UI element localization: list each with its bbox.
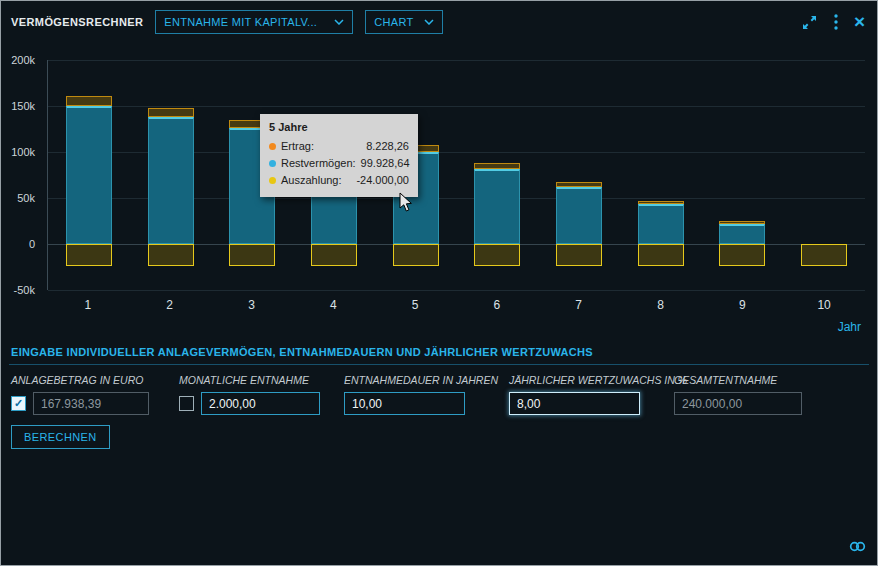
view-dropdown-value: CHART — [374, 16, 413, 28]
field-label: GESAMTENTNAHME — [674, 374, 804, 386]
field-monatliche-entnahme: MONATLICHE ENTNAHME — [179, 374, 335, 415]
tooltip-label: Ertrag: — [281, 138, 314, 155]
tooltip-row: Ertrag: 8.228,26 — [269, 138, 409, 155]
anlagebetrag-input — [33, 392, 149, 415]
y-tick-label: 100k — [11, 146, 35, 158]
x-tick-label: 10 — [783, 298, 865, 312]
tooltip-value: -24.000,00 — [356, 172, 409, 189]
section-divider — [9, 364, 869, 365]
x-axis-title: Jahr — [47, 320, 861, 334]
header: VERMÖGENSRECHNER ENTNAHME MIT KAPITALV..… — [1, 1, 877, 41]
y-tick-label: 200k — [11, 54, 35, 66]
berechnen-button[interactable]: BERECHNEN — [11, 425, 110, 449]
field-label: JÄHRLICHER WERTZUWACHS IN % — [509, 374, 665, 386]
anlagebetrag-checkbox[interactable]: ✓ — [11, 396, 26, 411]
y-tick-label: -50k — [14, 284, 35, 296]
bar-segment-auszahlung[interactable] — [148, 244, 194, 266]
bar-segment-restvermögen[interactable] — [148, 117, 194, 244]
bar-segment-restvermögen[interactable] — [66, 106, 112, 244]
header-icons: × — [801, 14, 865, 31]
y-axis-labels: 200k150k100k50k0-50k — [1, 60, 41, 290]
monatliche-entnahme-checkbox[interactable] — [179, 396, 194, 411]
bar-segment-restvermögen[interactable] — [474, 169, 520, 244]
field-entnahmedauer: ENTNAHMEDAUER IN JAHREN — [344, 374, 500, 415]
form-section-title: EINGABE INDIVIDUELLER ANLAGEVERMÖGEN, EN… — [11, 346, 867, 358]
bar-year-7[interactable] — [538, 60, 620, 290]
chain-link-icon[interactable] — [849, 538, 866, 556]
bar-segment-ertrag[interactable] — [474, 163, 520, 169]
form-row: ANLAGEBETRAG IN EURO ✓ MONATLICHE ENTNAH… — [11, 374, 867, 415]
view-dropdown[interactable]: CHART — [365, 10, 442, 34]
kebab-menu-icon[interactable] — [834, 14, 838, 30]
x-tick-label: 3 — [211, 298, 293, 312]
mouse-cursor-icon — [399, 192, 414, 217]
wertzuwachs-input[interactable] — [509, 392, 640, 415]
fullscreen-expand-icon[interactable] — [801, 14, 818, 31]
bar-segment-ertrag[interactable] — [638, 201, 684, 205]
bar-year-2[interactable] — [130, 60, 212, 290]
tooltip-label: Restvermögen: — [281, 155, 356, 172]
bar-segment-auszahlung[interactable] — [801, 244, 847, 266]
bar-segment-auszahlung[interactable] — [393, 244, 439, 266]
bar-segment-auszahlung[interactable] — [66, 244, 112, 266]
tooltip-label: Auszahlung: — [281, 172, 342, 189]
x-tick-label: 7 — [538, 298, 620, 312]
y-tick-label: 50k — [17, 192, 35, 204]
chevron-down-icon — [334, 19, 344, 25]
chart-area: 200k150k100k50k0-50k 12345678910 Jahr 5 … — [47, 60, 865, 334]
bar-year-10[interactable] — [783, 60, 865, 290]
bar-year-8[interactable] — [620, 60, 702, 290]
scenario-dropdown-value: ENTNAHME MIT KAPITALV... — [164, 16, 317, 28]
bar-segment-auszahlung[interactable] — [474, 244, 520, 266]
bar-year-1[interactable] — [48, 60, 130, 290]
tooltip-title: 5 Jahre — [269, 121, 409, 133]
bars-layer — [48, 60, 865, 290]
field-label: ANLAGEBETRAG IN EURO — [11, 374, 170, 386]
monatliche-entnahme-input[interactable] — [201, 392, 320, 415]
chart-plot — [47, 60, 865, 290]
restvermoegen-dot-icon — [269, 160, 276, 167]
x-tick-label: 4 — [292, 298, 374, 312]
auszahlung-dot-icon — [269, 177, 276, 184]
bar-segment-restvermögen[interactable] — [719, 224, 765, 244]
bar-segment-ertrag[interactable] — [719, 221, 765, 224]
tooltip-value: 8.228,26 — [366, 138, 409, 155]
close-icon[interactable]: × — [854, 15, 865, 29]
bar-segment-ertrag[interactable] — [66, 96, 112, 106]
bar-year-9[interactable] — [702, 60, 784, 290]
chart-tooltip: 5 Jahre Ertrag: 8.228,26 Restvermögen: 9… — [260, 114, 418, 197]
x-axis-labels: 12345678910 — [47, 298, 865, 312]
bar-segment-auszahlung[interactable] — [229, 244, 275, 266]
field-wertzuwachs: JÄHRLICHER WERTZUWACHS IN % — [509, 374, 665, 415]
scenario-dropdown[interactable]: ENTNAHME MIT KAPITALV... — [155, 10, 353, 34]
ertrag-dot-icon — [269, 143, 276, 150]
field-anlagebetrag: ANLAGEBETRAG IN EURO ✓ — [11, 374, 170, 415]
bar-segment-ertrag[interactable] — [148, 108, 194, 117]
y-tick-label: 0 — [29, 238, 35, 250]
field-label: ENTNAHMEDAUER IN JAHREN — [344, 374, 500, 386]
bar-segment-auszahlung[interactable] — [719, 244, 765, 266]
bar-segment-restvermögen[interactable] — [556, 187, 602, 244]
chevron-down-icon — [424, 19, 434, 25]
bar-segment-ertrag[interactable] — [556, 182, 602, 187]
tooltip-value: 99.928,64 — [361, 155, 410, 172]
field-label: MONATLICHE ENTNAHME — [179, 374, 335, 386]
x-tick-label: 5 — [374, 298, 456, 312]
bar-segment-auszahlung[interactable] — [311, 244, 357, 266]
x-tick-label: 8 — [620, 298, 702, 312]
bar-segment-auszahlung[interactable] — [638, 244, 684, 266]
x-tick-label: 2 — [129, 298, 211, 312]
gridline — [48, 290, 865, 291]
gesamtentnahme-input — [674, 392, 802, 415]
tooltip-row: Restvermögen: 99.928,64 — [269, 155, 409, 172]
x-tick-label: 6 — [456, 298, 538, 312]
app-title: VERMÖGENSRECHNER — [11, 16, 143, 28]
bar-year-6[interactable] — [457, 60, 539, 290]
x-tick-label: 1 — [47, 298, 129, 312]
field-gesamtentnahme: GESAMTENTNAHME — [674, 374, 804, 415]
bar-segment-restvermögen[interactable] — [638, 204, 684, 244]
tooltip-row: Auszahlung: -24.000,00 — [269, 172, 409, 189]
bar-segment-auszahlung[interactable] — [556, 244, 602, 266]
entnahmedauer-input[interactable] — [344, 392, 465, 415]
y-tick-label: 150k — [11, 100, 35, 112]
